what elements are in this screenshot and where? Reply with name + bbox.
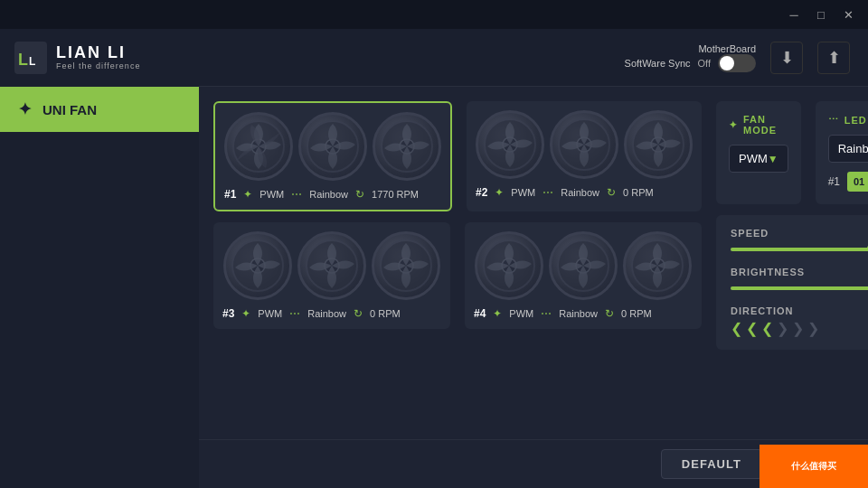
fan-4-mode-icon: ✦ [493, 307, 502, 320]
svg-text:L: L [29, 55, 35, 68]
fan-4b [549, 231, 618, 300]
direction-right-3[interactable]: ❯ [807, 320, 819, 337]
direction-row: DIRECTION ❮ ❮ ❮ ❯ ❯ ❯ [731, 305, 868, 337]
lianli-logo: L L [14, 42, 47, 74]
fan-1c [373, 112, 441, 181]
fan-blade-icon [483, 117, 537, 172]
fan-group-4-images [474, 231, 693, 300]
fan-group-3-images [222, 231, 441, 300]
brightness-slider-row: BRIGHTNESS 100% [731, 267, 868, 295]
fan-2-led-icon: ⋯ [542, 186, 553, 199]
led-mode-select[interactable]: Rainbow ▼ [828, 135, 868, 163]
mb-sync-toggle[interactable] [718, 54, 756, 72]
fan-1-rpm: 1770 RPM [372, 189, 419, 200]
brand-tagline: Feel the difference [56, 62, 140, 71]
direction-right-2[interactable]: ❯ [792, 320, 804, 337]
mb-sync-label: MotherBoard SoftWare Sync Off [625, 43, 756, 72]
fan-group-1-images [224, 112, 441, 181]
upload-button[interactable]: ⬆ [817, 42, 850, 74]
fan-mode-title: ✦ FAN MODE [729, 114, 788, 136]
nav-item-unifan[interactable]: ✦ UNI FAN [0, 87, 199, 132]
led-mode-label: LED MODE [844, 115, 868, 126]
direction-arrows: ❮ ❮ ❮ ❯ ❯ ❯ [731, 320, 868, 337]
fan-3-rpm-icon: ↻ [354, 307, 363, 320]
fan-2c [624, 110, 693, 179]
fan-blade-icon [306, 119, 360, 174]
fan-1-rpm-icon: ↻ [355, 188, 364, 201]
fans-area: #1 ✦ PWM ⋯ Rainbow ↻ 1770 RPM [213, 101, 702, 474]
fan-2-id: #2 [476, 186, 487, 199]
led-mode-value: Rainbow [838, 142, 868, 155]
fan-4a [475, 231, 543, 300]
fan-mode-select[interactable]: PWM ▼ [729, 145, 788, 173]
fan-blade-icon [305, 239, 359, 293]
led-mode-icon: ⋯ [828, 114, 839, 126]
mb-sync-line2: SoftWare Sync [625, 58, 691, 69]
minimize-button[interactable]: ─ [781, 5, 807, 23]
fan-blade-icon [556, 239, 610, 293]
fan-blade-icon [380, 119, 434, 174]
fan-1a [224, 112, 293, 181]
fan-2-led: Rainbow [561, 187, 599, 198]
header-bar: MotherBoard SoftWare Sync Off ⬇ ⬆ [199, 29, 868, 87]
fan-3-mode-icon: ✦ [241, 307, 250, 320]
led-tabs: #1 01 02 03 04 [828, 172, 868, 192]
controls-top: ✦ FAN MODE PWM ▼ ⋯ LED MODE Rainbow ▼ [716, 101, 868, 204]
speed-track-wrap [731, 248, 868, 251]
fan-1-led-icon: ⋯ [291, 188, 302, 201]
led-mode-title: ⋯ LED MODE [828, 114, 868, 126]
title-bar: ─ □ ✕ [0, 0, 868, 29]
fan-mode-block: ✦ FAN MODE PWM ▼ [716, 101, 801, 204]
fan-1-mode: PWM [259, 189, 284, 200]
fans-row-bottom: #3 ✦ PWM ⋯ Rainbow ↻ 0 RPM [213, 222, 702, 329]
fans-row-top: #1 ✦ PWM ⋯ Rainbow ↻ 1770 RPM [213, 101, 702, 211]
led-tab-01[interactable]: 01 [847, 172, 868, 192]
fan-4-rpm: 0 RPM [621, 308, 652, 319]
fan-group-3[interactable]: #3 ✦ PWM ⋯ Rainbow ↻ 0 RPM [213, 222, 450, 329]
fan-group-4[interactable]: #4 ✦ PWM ⋯ Rainbow ↻ 0 RPM [465, 222, 702, 329]
direction-left-3[interactable]: ❮ [761, 320, 773, 337]
fan-blade-icon [631, 117, 685, 172]
nav-item-label: UNI FAN [42, 102, 97, 117]
fan-4-rpm-icon: ↻ [605, 307, 614, 320]
watermark: 什么值得买 [760, 445, 868, 488]
fan-3-info: #3 ✦ PWM ⋯ Rainbow ↻ 0 RPM [222, 307, 441, 320]
fan-blade-icon [482, 239, 536, 293]
direction-label: DIRECTION [731, 305, 868, 316]
fan-nav-icon: ✦ [18, 99, 32, 119]
fan-3a [223, 231, 292, 300]
brand-name: LIAN LI [56, 44, 140, 62]
maximize-button[interactable]: □ [808, 5, 834, 23]
fan-group-1[interactable]: #1 ✦ PWM ⋯ Rainbow ↻ 1770 RPM [213, 101, 452, 211]
fan-2-rpm: 0 RPM [623, 187, 654, 198]
fan-2-mode-icon: ✦ [495, 186, 504, 199]
speed-slider-row: SPEED 75% [731, 228, 868, 256]
close-button[interactable]: ✕ [835, 5, 861, 23]
speed-slider-inline: 75% [731, 242, 868, 256]
fan-3-led-icon: ⋯ [289, 307, 300, 320]
fan-mode-icon: ✦ [729, 119, 738, 131]
fan-group-2-images [476, 110, 693, 179]
sliders-block: SPEED 75% BRIGHTNESS [716, 215, 868, 350]
fan-4-led: Rainbow [559, 308, 598, 319]
fan-3c [372, 231, 440, 300]
direction-left-2[interactable]: ❮ [746, 320, 758, 337]
brightness-track[interactable] [731, 286, 868, 290]
fan-mode-arrow: ▼ [768, 153, 778, 165]
direction-left-1[interactable]: ❮ [731, 320, 742, 337]
fan-3-id: #3 [222, 307, 234, 320]
fan-2b [550, 110, 618, 179]
fan-group-2[interactable]: #2 ✦ PWM ⋯ Rainbow ↻ 0 RPM [467, 101, 702, 211]
fan-1-info: #1 ✦ PWM ⋯ Rainbow ↻ 1770 RPM [224, 188, 441, 201]
logo-area: L L LIAN LI Feel the difference [0, 29, 199, 87]
default-button[interactable]: DEFAULT [661, 449, 762, 479]
fan-2-info: #2 ✦ PWM ⋯ Rainbow ↻ 0 RPM [476, 186, 693, 199]
speed-label: SPEED [731, 228, 868, 239]
direction-right-1[interactable]: ❯ [777, 320, 788, 337]
fan-blade-icon [557, 117, 611, 172]
download-button[interactable]: ⬇ [770, 42, 803, 74]
fan-1-id: #1 [224, 188, 236, 201]
speed-track[interactable] [731, 248, 868, 251]
fan-3-rpm: 0 RPM [370, 308, 401, 319]
fan-blade-icon [231, 119, 286, 174]
